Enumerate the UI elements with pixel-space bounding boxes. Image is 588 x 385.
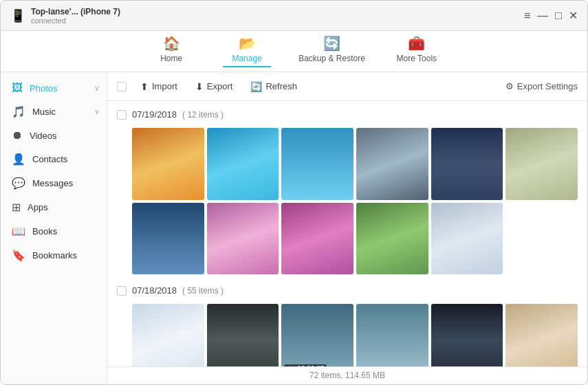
photo-bg-1-5 xyxy=(505,304,578,366)
sidebar-item-music[interactable]: 🎵 Music ∨ xyxy=(1,100,107,124)
sidebar-item-contacts-label: Contacts xyxy=(32,154,67,164)
date-checkbox-0[interactable] xyxy=(117,110,127,120)
tools-icon: 🧰 xyxy=(408,35,425,52)
import-label: Import xyxy=(152,81,177,91)
title-bar: 📱 Top-lanse'... (iPhone 7) connected ≡ —… xyxy=(1,1,587,31)
device-icon: 📱 xyxy=(10,8,25,23)
sidebar-item-contacts[interactable]: 👤 Contacts xyxy=(1,147,107,171)
maximize-icon[interactable]: □ xyxy=(555,10,562,22)
video-camera-icon: 🎥 xyxy=(287,365,295,366)
sidebar-item-photos-label: Photos xyxy=(30,83,57,94)
sidebar-item-videos[interactable]: ⏺ Videos xyxy=(1,124,107,147)
video-duration-1-2: 00:00:05 xyxy=(297,365,324,366)
photo-thumb-1-0[interactable] xyxy=(132,304,204,366)
apps-icon: ⊞ xyxy=(12,201,21,214)
photo-thumb-0-3[interactable] xyxy=(356,128,428,200)
photo-bg-0-2 xyxy=(281,128,353,200)
device-status: connected xyxy=(31,16,120,25)
photo-thumb-1-3[interactable] xyxy=(356,304,428,366)
chevron-icon: ∨ xyxy=(94,107,100,116)
export-settings-label: Export Settings xyxy=(517,81,578,91)
device-name: Top-lanse'... (iPhone 7) xyxy=(31,7,120,16)
books-icon: 📖 xyxy=(12,225,25,238)
photo-thumb-0-4[interactable] xyxy=(431,128,503,200)
photo-thumb-0-9[interactable] xyxy=(356,203,428,275)
photo-bg-0-3 xyxy=(356,128,428,200)
date-header-0: 07/19/2018( 12 items ) xyxy=(117,107,578,122)
tab-backup[interactable]: 🔄 Backup & Restore xyxy=(298,35,365,67)
status-bar: 72 items, 114.65 MB xyxy=(107,366,587,384)
video-badge-1-2: 🎥00:00:05 xyxy=(284,364,327,366)
sidebar-item-books[interactable]: 📖 Books xyxy=(1,219,107,243)
date-label-1: 07/18/2018 xyxy=(132,285,177,296)
photo-thumb-0-2[interactable] xyxy=(281,128,353,200)
chevron-icon: ∨ xyxy=(94,84,100,93)
photo-bg-0-9 xyxy=(356,203,428,275)
photo-thumb-0-11[interactable] xyxy=(505,203,578,275)
menu-icon[interactable]: ≡ xyxy=(524,10,530,22)
music-icon: 🎵 xyxy=(12,105,25,118)
content-area: ⬆ Import ⬇ Export 🔄 Refresh ⚙ Export Set… xyxy=(107,72,587,384)
photo-thumb-0-8[interactable] xyxy=(281,203,353,275)
main-layout: 🖼 Photos ∨ 🎵 Music ∨ ⏺ Videos 👤 Contacts… xyxy=(1,72,587,384)
photo-bg-0-10 xyxy=(431,203,503,275)
device-info: 📱 Top-lanse'... (iPhone 7) connected xyxy=(10,7,120,25)
minimize-icon[interactable]: — xyxy=(537,10,548,22)
select-all-checkbox[interactable] xyxy=(117,82,127,91)
nav-tabs: 🏠 Home 📂 Manage 🔄 Backup & Restore 🧰 Mor… xyxy=(1,31,587,72)
videos-icon: ⏺ xyxy=(12,129,23,142)
tab-home[interactable]: 🏠 Home xyxy=(147,35,195,67)
sidebar-item-photos[interactable]: 🖼 Photos ∨ xyxy=(1,76,107,100)
photo-thumb-0-7[interactable] xyxy=(207,203,279,275)
export-settings-button[interactable]: ⚙ Export Settings xyxy=(505,81,578,91)
photo-bg-0-11 xyxy=(505,203,578,275)
photo-thumb-0-6[interactable] xyxy=(132,203,204,275)
photo-thumb-0-0[interactable] xyxy=(132,128,204,200)
contacts-icon: 👤 xyxy=(12,153,25,166)
sidebar-item-books-label: Books xyxy=(32,226,57,236)
date-count-0: ( 12 items ) xyxy=(182,110,224,120)
date-checkbox-1[interactable] xyxy=(117,286,127,296)
date-count-1: ( 55 items ) xyxy=(182,286,224,296)
sidebar-item-bookmarks[interactable]: 🔖 Bookmarks xyxy=(1,243,107,267)
photo-bg-1-3 xyxy=(356,304,428,366)
photo-thumb-1-4[interactable] xyxy=(431,304,503,366)
status-text: 72 items, 114.65 MB xyxy=(309,371,385,380)
sidebar-item-apps[interactable]: ⊞ Apps xyxy=(1,195,107,219)
tab-manage[interactable]: 📂 Manage xyxy=(223,35,271,67)
messages-icon: 💬 xyxy=(12,177,25,190)
import-button[interactable]: ⬆ Import xyxy=(136,79,182,94)
tab-backup-label: Backup & Restore xyxy=(298,54,365,63)
window-controls: ≡ — □ ✕ xyxy=(524,9,578,22)
photo-thumb-0-10[interactable] xyxy=(431,203,503,275)
date-label-0: 07/19/2018 xyxy=(132,109,177,120)
sidebar-item-music-label: Music xyxy=(32,107,56,117)
sidebar-item-apps-label: Apps xyxy=(28,202,48,212)
date-group-0: 07/19/2018( 12 items ) xyxy=(117,107,578,274)
sidebar-item-bookmarks-label: Bookmarks xyxy=(32,250,77,261)
date-group-1: 07/18/2018( 55 items )🎥00:00:05 xyxy=(117,283,578,366)
export-label: Export xyxy=(207,81,233,91)
photo-bg-0-8 xyxy=(281,203,353,275)
refresh-icon: 🔄 xyxy=(250,81,262,92)
photo-thumb-1-2[interactable]: 🎥00:00:05 xyxy=(281,304,353,366)
photo-bg-0-6 xyxy=(132,203,204,275)
tab-manage-label: Manage xyxy=(232,54,261,63)
tab-tools[interactable]: 🧰 More Tools xyxy=(393,35,441,67)
refresh-button[interactable]: 🔄 Refresh xyxy=(246,79,301,94)
sidebar-item-messages-label: Messages xyxy=(32,178,73,188)
photo-thumb-1-5[interactable] xyxy=(505,304,578,366)
photo-thumb-1-1[interactable] xyxy=(207,304,279,366)
sidebar-item-messages[interactable]: 💬 Messages xyxy=(1,171,107,195)
photos-container[interactable]: 07/19/2018( 12 items )07/18/2018( 55 ite… xyxy=(107,101,587,366)
photo-thumb-0-5[interactable] xyxy=(505,128,578,200)
close-icon[interactable]: ✕ xyxy=(569,9,578,22)
photos-icon: 🖼 xyxy=(12,82,23,94)
tab-tools-label: More Tools xyxy=(397,54,437,63)
photos-grid-1: 🎥00:00:05 xyxy=(132,304,578,366)
import-icon: ⬆ xyxy=(140,81,149,92)
photo-bg-1-4 xyxy=(431,304,503,366)
settings-icon: ⚙ xyxy=(505,81,514,91)
export-button[interactable]: ⬇ Export xyxy=(191,79,237,94)
photo-thumb-0-1[interactable] xyxy=(207,128,279,200)
